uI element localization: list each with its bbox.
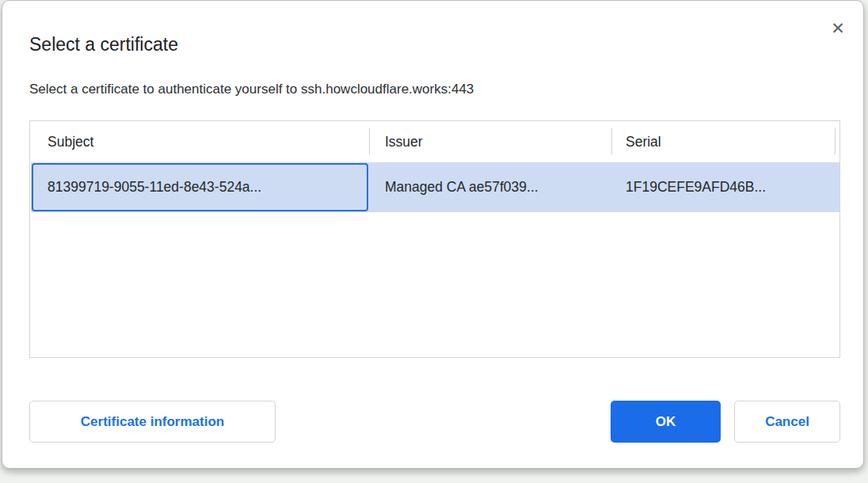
certificate-select-dialog: ✕ Select a certificate Select a certific… — [2, 0, 864, 469]
cancel-button[interactable]: Cancel — [734, 401, 840, 443]
column-header-serial: Serial — [626, 121, 661, 162]
certificate-table: Subject Issuer Serial 81399719-9055-11ed… — [29, 120, 840, 358]
column-divider — [369, 128, 370, 154]
certificate-row-selected[interactable]: 81399719-9055-11ed-8e43-524a... Managed … — [31, 162, 839, 212]
close-icon: ✕ — [831, 20, 845, 36]
cell-issuer: Managed CA ae57f039... — [385, 162, 539, 212]
close-button[interactable]: ✕ — [825, 15, 851, 40]
dialog-subtitle: Select a certificate to authenticate you… — [29, 82, 474, 97]
cell-subject: 81399719-9055-11ed-8e43-524a... — [48, 162, 261, 212]
column-header-issuer: Issuer — [385, 121, 423, 162]
dialog-title: Select a certificate — [29, 34, 178, 55]
column-header-subject: Subject — [48, 121, 93, 162]
table-header-row: Subject Issuer Serial — [30, 121, 839, 162]
ok-button[interactable]: OK — [611, 401, 721, 443]
certificate-information-button[interactable]: Certificate information — [29, 401, 276, 443]
column-divider — [611, 128, 612, 154]
column-divider — [835, 128, 836, 154]
cell-serial: 1F19CEFE9AFD46B... — [626, 162, 766, 212]
